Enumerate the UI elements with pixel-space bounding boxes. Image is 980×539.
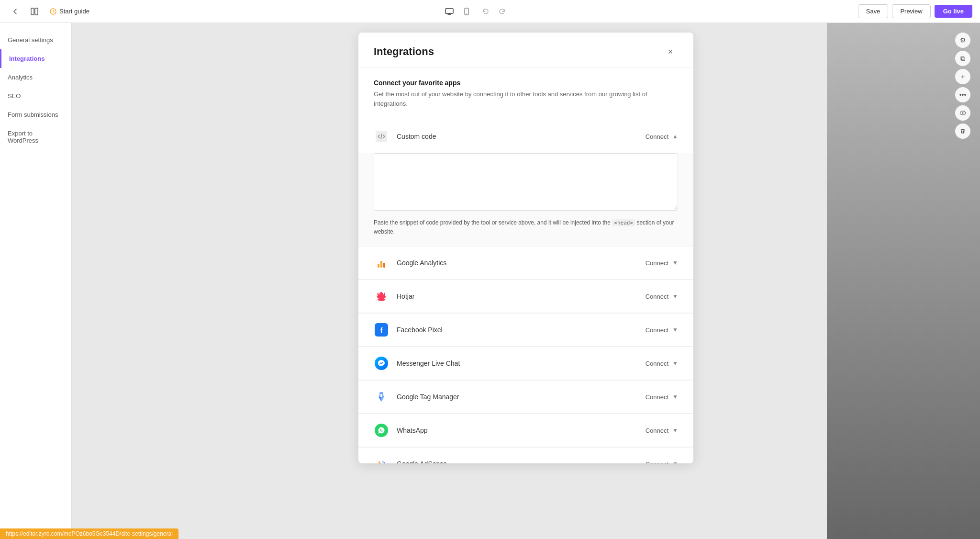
- start-guide-button[interactable]: Start guide: [46, 6, 93, 17]
- svg-rect-8: [380, 394, 382, 397]
- messenger-chevron-icon: ▼: [672, 360, 678, 367]
- status-bar: https://editor.zyro.com/mePOz6bo5Gc3544D…: [0, 528, 178, 539]
- facebook-pixel-icon: f: [374, 322, 389, 337]
- sidebar-item-seo[interactable]: SEO: [0, 87, 71, 105]
- topbar: Start guide Save Preview Go live: [0, 0, 980, 23]
- mobile-icon[interactable]: [459, 4, 474, 19]
- google-adsense-row[interactable]: Google AdSense Connect ▼: [358, 448, 693, 463]
- facebook-pixel-connect-button[interactable]: Connect: [646, 326, 668, 334]
- google-adsense-icon: [374, 456, 389, 463]
- whatsapp-connect-button[interactable]: Connect: [646, 427, 668, 434]
- sidebar-item-integrations[interactable]: Integrations: [0, 49, 71, 68]
- whatsapp-icon: [374, 423, 389, 438]
- save-button[interactable]: Save: [858, 4, 889, 18]
- google-analytics-section: Google Analytics Connect ▼: [358, 246, 693, 280]
- gtm-row[interactable]: Google Tag Manager Connect ▼: [358, 381, 693, 414]
- google-adsense-name: Google AdSense: [397, 460, 646, 463]
- more-tool-button[interactable]: •••: [955, 87, 970, 102]
- custom-code-connect-button[interactable]: Connect: [646, 133, 668, 140]
- modal-intro-title: Connect your favorite apps: [374, 79, 678, 87]
- custom-code-section: Custom code Connect ▲ Paste the snippet …: [358, 120, 693, 246]
- preview-button[interactable]: Preview: [892, 4, 930, 18]
- google-adsense-section: Google AdSense Connect ▼: [358, 447, 693, 463]
- add-tool-button[interactable]: +: [955, 69, 970, 84]
- gtm-name: Google Tag Manager: [397, 393, 646, 401]
- hotjar-connect-button[interactable]: Connect: [646, 293, 668, 300]
- custom-code-textarea[interactable]: [374, 153, 678, 211]
- svg-rect-0: [31, 8, 34, 15]
- start-guide-label: Start guide: [59, 8, 89, 15]
- integrations-modal: Integrations × Connect your favorite app…: [358, 33, 693, 463]
- gtm-chevron-icon: ▼: [672, 393, 678, 400]
- editor-toolbar: ⚙ ⧉ + •••: [955, 33, 970, 139]
- golive-button[interactable]: Go live: [935, 5, 972, 18]
- google-analytics-row[interactable]: Google Analytics Connect ▼: [358, 247, 693, 280]
- delete-tool-button[interactable]: [955, 124, 970, 139]
- hotjar-row[interactable]: Hotjar Connect ▼: [358, 280, 693, 313]
- modal-intro-text: Get the most out of your website by conn…: [374, 90, 678, 108]
- google-analytics-chevron-icon: ▼: [672, 259, 678, 266]
- modal-title: Integrations: [374, 45, 434, 58]
- gtm-connect-button[interactable]: Connect: [646, 393, 668, 401]
- panels-button[interactable]: [27, 4, 42, 19]
- whatsapp-name: WhatsApp: [397, 427, 646, 434]
- desktop-icon[interactable]: [442, 4, 457, 19]
- facebook-pixel-section: f Facebook Pixel Connect ▼: [358, 313, 693, 347]
- undo-redo: [478, 4, 510, 19]
- whatsapp-row[interactable]: WhatsApp Connect ▼: [358, 414, 693, 447]
- redo-button[interactable]: [494, 4, 510, 19]
- custom-code-chevron-icon: ▲: [672, 133, 678, 140]
- eye-tool-button[interactable]: [955, 105, 970, 121]
- facebook-pixel-name: Facebook Pixel: [397, 326, 646, 334]
- google-analytics-connect-button[interactable]: Connect: [646, 259, 668, 267]
- main-content: Integrations × Connect your favorite app…: [72, 23, 980, 539]
- facebook-pixel-row[interactable]: f Facebook Pixel Connect ▼: [358, 314, 693, 347]
- custom-code-name: Custom code: [397, 133, 646, 140]
- modal-header: Integrations ×: [358, 33, 693, 67]
- modal-close-button[interactable]: ×: [663, 44, 678, 59]
- undo-button[interactable]: [478, 4, 493, 19]
- custom-code-icon: [374, 129, 389, 144]
- google-adsense-connect-button[interactable]: Connect: [646, 460, 668, 463]
- topbar-center: [99, 4, 852, 19]
- hotjar-chevron-icon: ▼: [672, 293, 678, 300]
- modal-body: Connect your favorite apps Get the most …: [358, 67, 693, 463]
- svg-point-10: [962, 112, 964, 114]
- topbar-right: Save Preview Go live: [858, 4, 972, 18]
- google-adsense-chevron-icon: ▼: [672, 460, 678, 463]
- status-url: https://editor.zyro.com/mePOz6bo5Gc3544D…: [6, 530, 173, 537]
- hotjar-icon: [374, 289, 389, 304]
- modal-intro: Connect your favorite apps Get the most …: [358, 79, 693, 120]
- svg-rect-3: [445, 9, 453, 13]
- copy-tool-button[interactable]: ⧉: [955, 51, 970, 66]
- editor-right-panel: ⚙ ⧉ + •••: [827, 23, 980, 539]
- gtm-icon: [374, 389, 389, 404]
- google-analytics-icon: [374, 255, 389, 270]
- custom-code-hint: Paste the snippet of code provided by th…: [374, 218, 678, 236]
- back-button[interactable]: [8, 4, 23, 19]
- svg-rect-1: [35, 8, 38, 15]
- svg-point-5: [466, 13, 467, 14]
- hotjar-name: Hotjar: [397, 292, 646, 300]
- messenger-connect-button[interactable]: Connect: [646, 360, 668, 367]
- facebook-pixel-chevron-icon: ▼: [672, 326, 678, 333]
- custom-code-expanded: Paste the snippet of code provided by th…: [358, 153, 693, 246]
- settings-tool-button[interactable]: ⚙: [955, 33, 970, 48]
- messenger-name: Messenger Live Chat: [397, 359, 646, 367]
- gtm-section: Google Tag Manager Connect ▼: [358, 380, 693, 414]
- sidebar-item-form-submissions[interactable]: Form submissions: [0, 105, 71, 124]
- messenger-icon: [374, 356, 389, 371]
- sidebar-item-export-to-wordpress[interactable]: Export to WordPress: [0, 124, 71, 150]
- messenger-section: Messenger Live Chat Connect ▼: [358, 347, 693, 380]
- sidebar-item-analytics[interactable]: Analytics: [0, 68, 71, 87]
- whatsapp-chevron-icon: ▼: [672, 427, 678, 434]
- custom-code-row[interactable]: Custom code Connect ▲: [358, 120, 693, 153]
- topbar-left: Start guide: [8, 4, 93, 19]
- sidebar-item-general-settings[interactable]: General settings: [0, 31, 71, 49]
- google-analytics-name: Google Analytics: [397, 259, 646, 267]
- messenger-row[interactable]: Messenger Live Chat Connect ▼: [358, 347, 693, 380]
- sidebar: General settings Integrations Analytics …: [0, 23, 72, 539]
- device-icons: [442, 4, 474, 19]
- whatsapp-section: WhatsApp Connect ▼: [358, 414, 693, 447]
- hotjar-section: Hotjar Connect ▼: [358, 280, 693, 313]
